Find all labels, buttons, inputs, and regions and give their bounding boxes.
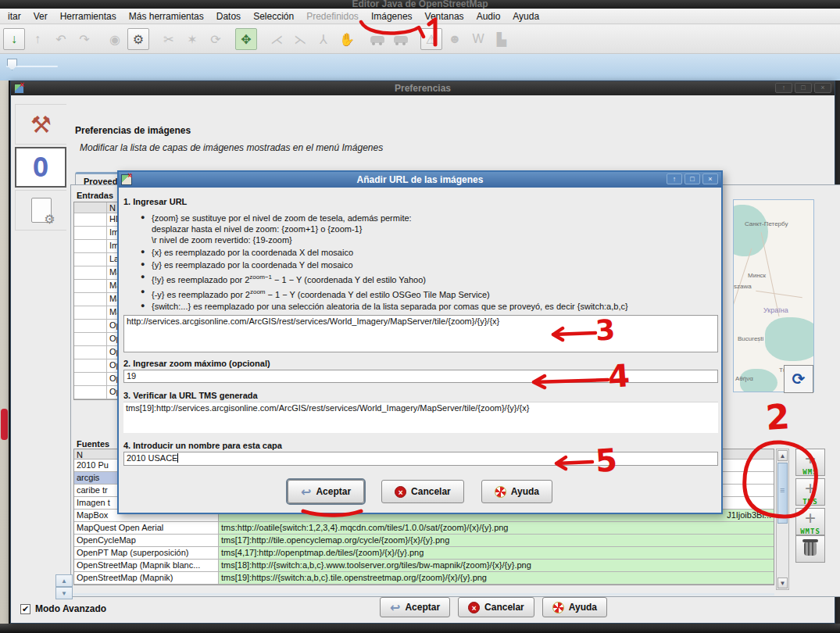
node-tool-icon[interactable]: ✶ xyxy=(181,28,203,50)
url-help-text: {-y} es reemplazado por 2zoom − 1 − Y (c… xyxy=(152,287,718,300)
sources-row[interactable]: OpenStreetMap (Mapnik blanc...tms[18]:ht… xyxy=(74,560,774,572)
scroll-up-arrow[interactable]: ▲ xyxy=(777,450,788,461)
imagery-extent-map[interactable]: Санкт-ПетербуМинскszawaУкраїнаBucureștiT… xyxy=(733,199,814,392)
menu-editar[interactable]: itar xyxy=(2,9,27,23)
side-tab-connection[interactable] xyxy=(15,190,66,231)
menu-datos[interactable]: Datos xyxy=(210,9,247,23)
add-tms-button[interactable]: +TMS xyxy=(795,478,825,506)
entries-cell-check[interactable] xyxy=(74,320,107,332)
prefs-close-icon[interactable]: × xyxy=(814,83,831,93)
prefs-maximize-icon[interactable]: □ xyxy=(795,83,812,93)
bus-icon[interactable] xyxy=(390,28,412,50)
entries-cell-check[interactable] xyxy=(74,306,107,319)
advanced-mode-toggle[interactable]: ✔ Modo Avanzado xyxy=(20,603,106,614)
warning-icon[interactable]: ⚠ xyxy=(420,28,442,50)
entries-cell-check[interactable] xyxy=(74,280,107,292)
menu-predefinidos[interactable]: Predefinidos xyxy=(300,9,365,23)
entries-cell-check[interactable] xyxy=(74,346,107,359)
split-icon[interactable]: ⅄ xyxy=(313,28,334,50)
menu-ventanas[interactable]: Ventanas xyxy=(419,9,470,23)
merge-left-icon[interactable]: ⋌ xyxy=(266,28,288,50)
main-window-titlebar: Editor Java de OpenStreetMap xyxy=(0,0,840,9)
entries-cell-check[interactable] xyxy=(74,386,107,399)
lasso-icon[interactable]: ◉ xyxy=(104,28,126,50)
wiki-icon[interactable]: W xyxy=(467,28,489,50)
scroll-down-arrow[interactable]: ▼ xyxy=(777,578,788,588)
max-zoom-input[interactable]: 19 xyxy=(123,370,718,383)
panel-scroll-up[interactable]: ▲ xyxy=(55,574,73,587)
menu-ayuda[interactable]: Ayuda xyxy=(506,9,545,23)
sources-row[interactable]: OpenPT Map (superposición)tms[4,17]:http… xyxy=(74,547,774,560)
scroll-thumb[interactable] xyxy=(777,463,788,524)
people-icon[interactable]: ☻ xyxy=(444,28,466,50)
source-name-cell: OpenPT Map (superposición) xyxy=(74,547,219,559)
menu-imagenes[interactable]: Imágenes xyxy=(365,9,419,23)
sources-row[interactable]: OpenCycleMaptms[17]:http://tile.opencycl… xyxy=(74,535,774,547)
delete-source-button[interactable] xyxy=(795,535,825,563)
sources-row[interactable]: OpenStreetMap (Mapnik)tms[19]:https://{s… xyxy=(74,572,774,585)
prefs-minimize-icon[interactable]: ↑ xyxy=(775,83,792,93)
preferences-titlebar[interactable]: Preferencias ↑□× xyxy=(11,81,835,95)
menu-herramientas[interactable]: Herramientas xyxy=(54,9,123,23)
cancelar-button[interactable]: ×Cancelar xyxy=(381,480,464,503)
aceptar-button[interactable]: ↩Aceptar xyxy=(288,480,364,503)
entries-cell-check[interactable] xyxy=(74,266,107,279)
ayuda-button[interactable]: Ayuda xyxy=(481,480,552,503)
url-help-text: {zoom} se sustituye por el nivel de zoom… xyxy=(152,213,718,245)
entries-cell-check[interactable] xyxy=(74,253,107,266)
side-tab-display-settings[interactable]: ⚒ xyxy=(15,104,66,145)
upload-icon[interactable]: ↑ xyxy=(27,28,48,50)
side-tab-osm-data[interactable]: O xyxy=(15,147,66,188)
add-wms-button[interactable]: +WMS xyxy=(795,449,825,476)
entries-cell-check[interactable] xyxy=(74,213,107,226)
dialog-close-icon[interactable]: × xyxy=(702,173,718,184)
sources-row[interactable]: MapQuest Open Aerialtms:http://oatile{sw… xyxy=(74,522,774,535)
source-url-cell: tms:http://oatile{switch:1,2,3,4}.mqcdn.… xyxy=(219,522,774,534)
page-subtitle: Modificar la lista de capas de imágenes … xyxy=(80,142,383,153)
preferences-toggle-icon[interactable]: ⚙ xyxy=(127,28,149,50)
aceptar-button[interactable]: ↩Aceptar xyxy=(380,597,450,617)
dialog-body: 1. Ingresar URL ●{zoom} se sustituye por… xyxy=(119,188,721,513)
hand-icon[interactable]: ✋ xyxy=(336,28,358,50)
sources-scrollbar[interactable]: ▲ ▼ xyxy=(776,449,789,590)
menu-audio[interactable]: Audio xyxy=(470,9,507,23)
zoom-slider-thumb[interactable] xyxy=(7,59,17,70)
factory-icon[interactable]: ▙ xyxy=(491,28,513,50)
menu-mas-herramientas[interactable]: Más herramientas xyxy=(123,9,210,23)
map-label: Αθήνα xyxy=(735,375,753,382)
redo-icon[interactable]: ↷ xyxy=(73,28,95,50)
entries-cell-check[interactable] xyxy=(74,227,107,239)
source-name-cell: OpenCycleMap xyxy=(74,535,219,546)
entries-cell-check[interactable] xyxy=(74,373,107,385)
entries-cell-check[interactable] xyxy=(74,359,107,372)
dialog-titlebar[interactable]: Añadir URL de las imágenes ↑□× xyxy=(119,172,721,188)
map-refresh-button[interactable]: ⟳ xyxy=(784,365,813,393)
sources-label: Fuentes xyxy=(77,439,109,449)
ayuda-button[interactable]: Ayuda xyxy=(542,597,607,617)
url-input[interactable]: http://services.arcgisonline.com/ArcGIS/… xyxy=(123,315,718,352)
entries-cell-check[interactable] xyxy=(74,293,107,306)
menu-seleccion[interactable]: Selección xyxy=(247,9,300,23)
download-icon[interactable]: ↓ xyxy=(3,28,25,50)
wrench-screwdriver-icon: ⚒ xyxy=(30,111,52,138)
dialog-minimize-icon[interactable]: ↑ xyxy=(667,173,682,184)
entries-cell-check[interactable] xyxy=(74,240,107,252)
merge-right-icon[interactable]: ⋋ xyxy=(289,28,311,50)
url-help-item: ●{switch:...} es reemplazado por una sel… xyxy=(141,301,718,312)
entries-cell-check[interactable] xyxy=(74,333,107,345)
layer-name-input[interactable]: 2010 USACE xyxy=(123,452,718,466)
layer-name-value: 2010 USACE xyxy=(127,453,178,463)
car-icon[interactable] xyxy=(366,28,388,50)
toolbar-separator xyxy=(96,28,103,50)
dialog-maximize-icon[interactable]: □ xyxy=(685,173,700,184)
move-mode-icon[interactable]: ✥ xyxy=(235,28,257,50)
sync-icon[interactable]: ⟳ xyxy=(205,28,227,50)
undo-icon[interactable]: ↶ xyxy=(50,28,72,50)
add-wmts-label: WMTS xyxy=(796,528,824,535)
scissors-icon[interactable]: ✂ xyxy=(158,28,180,50)
checkbox-icon[interactable]: ✔ xyxy=(20,604,30,614)
menu-ver[interactable]: Ver xyxy=(27,9,54,23)
add-wmts-button[interactable]: +WMTS xyxy=(795,508,825,535)
bullet-icon: ● xyxy=(141,259,152,270)
cancelar-button[interactable]: ×Cancelar xyxy=(458,597,534,617)
